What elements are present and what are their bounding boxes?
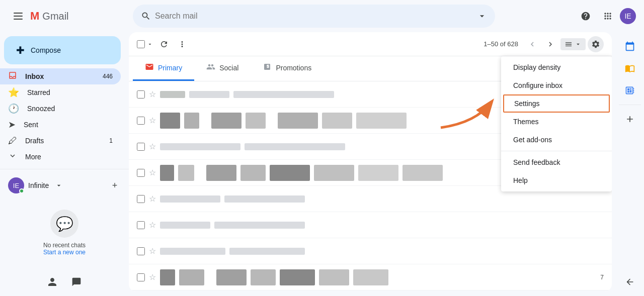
content-block — [216, 269, 247, 285]
apps-button[interactable] — [598, 6, 618, 26]
email-checkbox[interactable] — [137, 169, 145, 177]
right-panel-divider — [619, 105, 641, 105]
sidebar-footer-person-icon[interactable] — [42, 272, 62, 292]
email-row[interactable]: ☆ — [129, 238, 612, 264]
sidebar-footer-chat-icon[interactable] — [66, 272, 87, 292]
content-block — [160, 165, 174, 181]
sent-label: Sent — [24, 121, 113, 129]
content-block — [322, 113, 352, 129]
email-checkbox[interactable] — [137, 247, 145, 255]
toolbar: 1–50 of 628 — [129, 32, 612, 56]
dropdown-get-addons[interactable]: Get add-ons — [501, 131, 612, 149]
dropdown-send-feedback[interactable]: Send feedback — [501, 153, 612, 171]
primary-tab-icon — [145, 62, 154, 73]
content-block — [314, 165, 354, 181]
email-checkbox[interactable] — [137, 221, 145, 229]
sidebar-item-starred[interactable]: ⭐ Starred — [0, 84, 121, 101]
star-icon[interactable]: ☆ — [149, 168, 156, 177]
account-name: Infinite — [28, 181, 49, 189]
content-block — [280, 269, 315, 285]
topbar-left: M Gmail — [8, 6, 129, 26]
avatar[interactable]: IE — [620, 8, 636, 24]
right-panel-add-icon[interactable] — [620, 109, 640, 129]
dropdown-themes[interactable]: Themes — [501, 113, 612, 131]
content-block — [246, 113, 266, 129]
topbar: M Gmail IE — [0, 0, 644, 32]
drafts-icon: 🖊 — [8, 136, 17, 146]
content-block — [178, 165, 194, 181]
settings-gear-button[interactable] — [588, 36, 604, 52]
sidebar-item-inbox[interactable]: Inbox 446 — [0, 68, 121, 84]
dropdown-help[interactable]: Help — [501, 171, 612, 189]
star-icon[interactable]: ☆ — [149, 272, 156, 282]
more-options-button[interactable] — [174, 36, 190, 52]
account-dropdown-icon — [55, 181, 63, 189]
star-icon[interactable]: ☆ — [149, 89, 156, 99]
content-block — [229, 248, 305, 255]
svg-rect-2 — [14, 19, 23, 20]
email-row[interactable]: ☆ 7 — [129, 264, 612, 290]
dropdown-configure-inbox[interactable]: Configure inbox — [501, 76, 612, 94]
next-page-button[interactable] — [542, 36, 558, 52]
add-account-button[interactable]: + — [109, 179, 121, 191]
nav-separator — [0, 169, 129, 169]
menu-icon[interactable] — [8, 6, 28, 26]
compose-button[interactable]: ✚ Compose — [4, 36, 121, 64]
toolbar-right: 1–50 of 628 — [479, 36, 604, 52]
content-block — [184, 113, 199, 129]
inbox-label: Inbox — [25, 72, 95, 80]
email-checkbox[interactable] — [137, 273, 145, 281]
account-row[interactable]: IE Infinite + — [0, 173, 129, 198]
start-chat-link[interactable]: Start a new one — [43, 249, 86, 256]
right-panel-notes-icon[interactable] — [620, 58, 640, 78]
content-block — [319, 269, 349, 285]
content-block — [240, 165, 266, 181]
content-block — [245, 143, 345, 150]
content-block — [206, 165, 236, 181]
compose-label: Compose — [31, 46, 61, 54]
refresh-button[interactable] — [156, 36, 172, 52]
account-avatar: IE — [8, 177, 24, 193]
email-checkbox[interactable] — [137, 117, 145, 125]
dropdown-display-density[interactable]: Display density — [501, 58, 612, 76]
star-icon[interactable]: ☆ — [149, 194, 156, 204]
content-block — [353, 269, 388, 285]
star-icon[interactable]: ☆ — [149, 220, 156, 230]
select-all-input[interactable] — [137, 40, 145, 48]
content-block — [233, 91, 334, 98]
search-icon — [141, 11, 151, 21]
right-panel-tasks-icon[interactable] — [620, 80, 640, 101]
tab-primary[interactable]: Primary — [133, 56, 194, 81]
view-options-button[interactable] — [560, 38, 586, 50]
search-dropdown-icon[interactable] — [477, 11, 487, 21]
more-label: More — [25, 153, 113, 161]
right-panel-calendar-icon[interactable] — [620, 36, 640, 56]
email-checkbox[interactable] — [137, 195, 145, 203]
search-bar[interactable] — [133, 5, 495, 28]
svg-rect-1 — [14, 16, 23, 17]
tab-social[interactable]: Social — [194, 56, 251, 81]
sidebar-item-snoozed[interactable]: 🕐 Snoozed — [0, 101, 121, 117]
content-block — [160, 91, 185, 98]
help-button[interactable] — [576, 6, 596, 26]
gmail-text: Gmail — [42, 11, 68, 22]
select-all-checkbox[interactable] — [137, 40, 154, 48]
tab-promotions-label: Promotions — [276, 64, 311, 72]
sidebar-item-drafts[interactable]: 🖊 Drafts 1 — [0, 133, 121, 149]
social-tab-icon — [206, 62, 215, 73]
page-info: 1–50 of 628 — [479, 40, 522, 48]
email-checkbox[interactable] — [137, 90, 145, 98]
email-checkbox[interactable] — [137, 143, 145, 151]
star-icon[interactable]: ☆ — [149, 142, 156, 151]
sidebar-item-more[interactable]: More — [0, 149, 121, 165]
tab-promotions[interactable]: Promotions — [251, 56, 324, 81]
right-panel-expand-icon[interactable] — [620, 272, 640, 292]
dropdown-settings[interactable]: Settings — [503, 94, 610, 113]
sidebar-item-sent[interactable]: ➤ Sent — [0, 117, 121, 133]
star-icon[interactable]: ☆ — [149, 116, 156, 125]
select-dropdown-button[interactable] — [146, 40, 154, 48]
star-icon[interactable]: ☆ — [149, 246, 156, 256]
search-input[interactable] — [155, 12, 473, 21]
email-row[interactable]: ☆ — [129, 212, 612, 238]
prev-page-button[interactable] — [524, 36, 540, 52]
